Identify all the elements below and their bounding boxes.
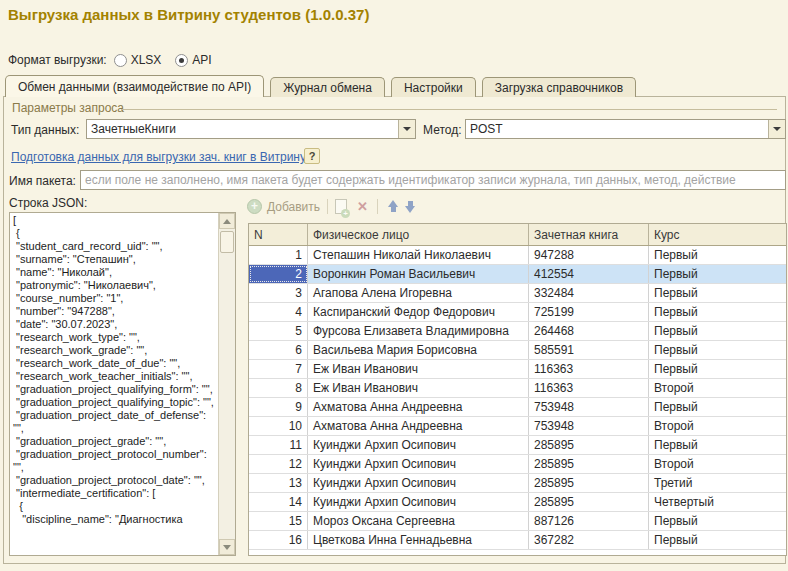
table-row[interactable]: 4Каспиранский Федор Федорович725199Первы…: [249, 303, 786, 322]
cell-person[interactable]: Куинджи Архип Осипович: [308, 474, 529, 492]
cell-n[interactable]: 15: [249, 512, 308, 530]
cell-n[interactable]: 1: [249, 246, 308, 264]
scroll-down-button[interactable]: [219, 539, 235, 555]
chevron-down-icon[interactable]: [398, 120, 415, 138]
format-option-xlsx[interactable]: XLSX: [114, 53, 162, 67]
cell-book[interactable]: 585591: [529, 341, 649, 359]
help-button[interactable]: ?: [304, 148, 320, 164]
table-row[interactable]: 8Еж Иван Иванович116363Второй: [249, 379, 786, 398]
cell-course[interactable]: Первый: [649, 246, 786, 264]
cell-course[interactable]: Первый: [649, 303, 786, 321]
table-row[interactable]: 13Куинджи Архип Осипович285895Третий: [249, 474, 786, 493]
column-header-record-book[interactable]: Зачетная книга: [529, 224, 649, 245]
data-type-select[interactable]: ЗачетныеКниги: [86, 119, 416, 139]
format-option-api[interactable]: API: [175, 53, 211, 67]
table-row[interactable]: 5Фурсова Елизавета Владимировна264468Пер…: [249, 322, 786, 341]
radio-api-icon[interactable]: [175, 54, 188, 67]
cell-book[interactable]: 285895: [529, 455, 649, 473]
move-up-icon[interactable]: [388, 200, 399, 213]
cell-n[interactable]: 4: [249, 303, 308, 321]
table-row[interactable]: 12Куинджи Архип Осипович285895Второй: [249, 455, 786, 474]
cell-n[interactable]: 12: [249, 455, 308, 473]
table-row[interactable]: 2Воронкин Роман Васильевич412554Первый: [249, 265, 786, 284]
delete-icon[interactable]: ✕: [357, 199, 368, 214]
cell-person[interactable]: Цветкова Инна Геннадьевна: [308, 531, 529, 549]
scroll-up-button[interactable]: [219, 213, 235, 229]
cell-n[interactable]: 16: [249, 531, 308, 549]
table-row[interactable]: 1Степашин Николай Николаевич947288Первый: [249, 246, 786, 265]
tab-data-exchange[interactable]: Обмен данными (взаимодействие по API): [5, 75, 264, 97]
cell-course[interactable]: Второй: [649, 379, 786, 397]
cell-course[interactable]: Первый: [649, 284, 786, 302]
tab-settings[interactable]: Настройки: [391, 77, 476, 97]
move-down-icon[interactable]: [405, 200, 416, 213]
table-row[interactable]: 11Куинджи Архип Осипович285895Первый: [249, 436, 786, 455]
cell-book[interactable]: 887126: [529, 512, 649, 530]
radio-xlsx-icon[interactable]: [114, 54, 127, 67]
json-string-content[interactable]: [ { "student_card_record_uid": "", "surn…: [10, 213, 218, 555]
cell-person[interactable]: Куинджи Архип Осипович: [308, 455, 529, 473]
cell-book[interactable]: 725199: [529, 303, 649, 321]
cell-person[interactable]: Фурсова Елизавета Владимировна: [308, 322, 529, 340]
cell-person[interactable]: Каспиранский Федор Федорович: [308, 303, 529, 321]
table-row[interactable]: 6Васильева Мария Борисовна585591Первый: [249, 341, 786, 360]
prepare-data-link[interactable]: Подготовка данных для выгрузки зач. книг…: [11, 150, 306, 164]
cell-n[interactable]: 11: [249, 436, 308, 454]
cell-n[interactable]: 13: [249, 474, 308, 492]
json-scrollbar[interactable]: [218, 213, 235, 555]
cell-book[interactable]: 332484: [529, 284, 649, 302]
cell-n[interactable]: 6: [249, 341, 308, 359]
cell-book[interactable]: 264468: [529, 322, 649, 340]
table-row[interactable]: 16Цветкова Инна Геннадьевна367282Первый: [249, 531, 786, 550]
cell-book[interactable]: 116363: [529, 379, 649, 397]
cell-n[interactable]: 3: [249, 284, 308, 302]
table-row[interactable]: 15Мороз Оксана Сергеевна887126Первый: [249, 512, 786, 531]
copy-icon[interactable]: [335, 199, 347, 214]
cell-course[interactable]: Первый: [649, 322, 786, 340]
table-row[interactable]: 3Агапова Алена Игоревна332484Первый: [249, 284, 786, 303]
cell-person[interactable]: Воронкин Роман Васильевич: [308, 265, 529, 283]
column-header-course[interactable]: Курс: [649, 224, 786, 245]
cell-person[interactable]: Куинджи Архип Осипович: [308, 493, 529, 511]
scrollbar-thumb[interactable]: [220, 231, 234, 253]
cell-book[interactable]: 285895: [529, 474, 649, 492]
cell-person[interactable]: Куинджи Архип Осипович: [308, 436, 529, 454]
cell-course[interactable]: Первый: [649, 436, 786, 454]
tab-exchange-journal[interactable]: Журнал обмена: [270, 77, 385, 97]
cell-n[interactable]: 10: [249, 417, 308, 435]
table-row[interactable]: 7Еж Иван Иванович116363Первый: [249, 360, 786, 379]
cell-n[interactable]: 7: [249, 360, 308, 378]
cell-course[interactable]: Первый: [649, 265, 786, 283]
cell-n[interactable]: 9: [249, 398, 308, 416]
table-row[interactable]: 14Куинджи Архип Осипович285895Четвертый: [249, 493, 786, 512]
cell-book[interactable]: 753948: [529, 417, 649, 435]
cell-course[interactable]: Первый: [649, 512, 786, 530]
cell-course[interactable]: Четвертый: [649, 493, 786, 511]
cell-person[interactable]: Степашин Николай Николаевич: [308, 246, 529, 264]
cell-person[interactable]: Ахматова Анна Андреевна: [308, 417, 529, 435]
table-row[interactable]: 9Ахматова Анна Андреевна753948Первый: [249, 398, 786, 417]
table-row[interactable]: 10Ахматова Анна Андреевна753948Второй: [249, 417, 786, 436]
cell-course[interactable]: Первый: [649, 341, 786, 359]
cell-course[interactable]: Первый: [649, 531, 786, 549]
cell-course[interactable]: Второй: [649, 455, 786, 473]
chevron-down-icon[interactable]: [768, 120, 785, 138]
cell-person[interactable]: Мороз Оксана Сергеевна: [308, 512, 529, 530]
column-header-person[interactable]: Физическое лицо: [308, 224, 529, 245]
cell-course[interactable]: Второй: [649, 417, 786, 435]
add-button[interactable]: + Добавить: [247, 199, 320, 214]
cell-book[interactable]: 947288: [529, 246, 649, 264]
cell-person[interactable]: Васильева Мария Борисовна: [308, 341, 529, 359]
column-header-n[interactable]: N: [249, 224, 308, 245]
package-name-input[interactable]: [80, 170, 786, 190]
cell-book[interactable]: 753948: [529, 398, 649, 416]
cell-n[interactable]: 5: [249, 322, 308, 340]
cell-course[interactable]: Первый: [649, 360, 786, 378]
cell-n[interactable]: 8: [249, 379, 308, 397]
cell-course[interactable]: Третий: [649, 474, 786, 492]
cell-n[interactable]: 14: [249, 493, 308, 511]
method-select[interactable]: POST: [465, 119, 786, 139]
cell-person[interactable]: Агапова Алена Игоревна: [308, 284, 529, 302]
cell-book[interactable]: 285895: [529, 493, 649, 511]
cell-book[interactable]: 116363: [529, 360, 649, 378]
